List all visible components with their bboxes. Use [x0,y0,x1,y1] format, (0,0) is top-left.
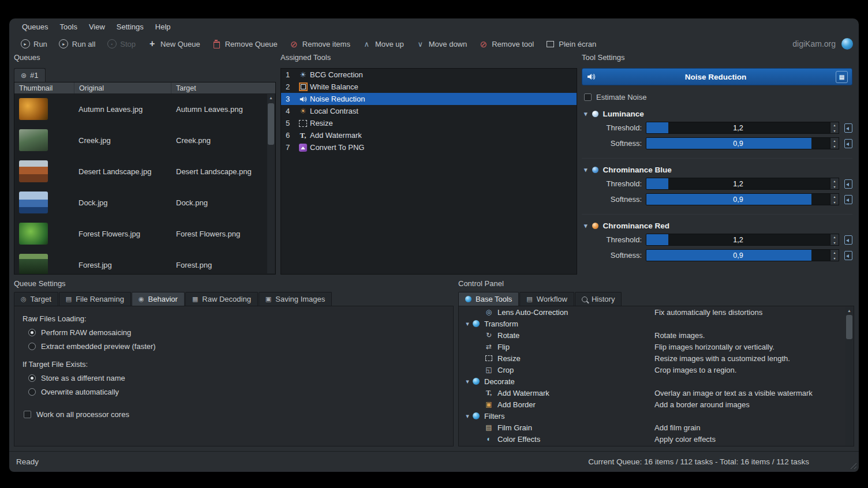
threshold-slider[interactable]: 1,2 [646,234,830,246]
reset-default-icon[interactable] [844,179,852,189]
control-panel-scrollbar[interactable]: ▲ ▼ [845,307,853,445]
assigned-tool-bcg-correction[interactable]: 1 ☀ BCG Correction [281,69,577,81]
scrollbar-thumb[interactable] [846,315,852,339]
assigned-tool-convert-to-png[interactable]: 7 Convert To PNG [281,141,577,153]
presets-button[interactable]: ▤ [836,71,848,83]
assigned-tool-white-balance[interactable]: 2 White Balance [281,81,577,93]
move-down-button[interactable]: ∨ Move down [410,37,472,51]
queues-scrollbar[interactable]: ▲ ▼ [267,94,275,273]
work-all-cores-checkbox[interactable]: Work on all processor cores [24,410,445,419]
run-button[interactable]: ▸ Run [15,37,53,51]
spin-down-icon[interactable]: ▾ [830,184,839,190]
tab-workflow[interactable]: ▤ Workflow [519,292,574,306]
spin-up-icon[interactable]: ▴ [830,194,839,200]
tab-base-tools[interactable]: Base Tools [458,292,519,306]
tab-history[interactable]: History [575,292,622,306]
menu-settings[interactable]: Settings [111,20,149,33]
scroll-up-icon[interactable]: ▲ [267,94,275,101]
tab-behavior[interactable]: ◉ Behavior [132,292,185,306]
collapse-icon[interactable]: ▾ [462,320,473,328]
radio-perform-raw-demosaicing[interactable]: Perform RAW demosaicing [28,328,445,337]
remove-items-button[interactable]: ⊘ Remove items [284,37,356,51]
chrominance-blue-header[interactable]: ▾ Chrominance Blue [582,166,852,174]
reset-default-icon[interactable] [844,235,852,245]
column-header-thumbnail[interactable]: Thumbnail [14,82,74,93]
table-row[interactable]: Creek.jpg Creek.png [14,125,275,156]
tree-tool-film-grain[interactable]: ▤ Film Grain Add film grain [459,422,854,433]
tab-saving-images[interactable]: ▣ Saving Images [259,292,332,306]
queue-totals-text: Current Queue: 16 items / 112 tasks - To… [588,457,809,466]
luminance-header[interactable]: ▾ Luminance [582,110,852,118]
reset-default-icon[interactable] [844,139,852,148]
column-header-original[interactable]: Original [74,82,171,93]
tree-tool-crop[interactable]: ◱ Crop Crop images to a region. [459,364,854,376]
tree-category-transform[interactable]: ▾ Transform [459,318,854,329]
tab-target[interactable]: ◎ Target [14,292,58,306]
spin-down-icon[interactable]: ▾ [830,128,839,134]
softness-slider[interactable]: 0,9 [646,137,830,149]
table-row[interactable]: Autumn Leaves.jpg Autumn Leaves.png [14,93,275,125]
chrominance-red-header[interactable]: ▾ Chrominance Red [582,222,852,230]
convert-png-icon [299,144,307,152]
resize-grip[interactable] [849,461,856,469]
radio-overwrite-automatically[interactable]: Overwrite automatically [28,388,445,396]
collapse-icon[interactable]: ▾ [462,412,473,420]
queue-tab-1[interactable]: ⊛ #1 [14,68,46,82]
assigned-tool-add-watermark[interactable]: 6 T, Add Watermark [281,129,577,141]
menu-queues[interactable]: Queues [16,20,54,33]
move-up-button[interactable]: ∧ Move up [357,37,409,51]
menu-help[interactable]: Help [149,20,177,33]
table-row[interactable]: Forest.jpg Forest.png [14,249,275,275]
remove-tool-button[interactable]: ⊘ Remove tool [473,37,539,51]
radio-extract-embedded-preview[interactable]: Extract embedded preview (faster) [28,342,445,351]
tree-tool-rotate[interactable]: ↻ Rotate Rotate images. [459,329,854,341]
threshold-slider[interactable]: 1,2 [646,178,830,190]
spin-down-icon[interactable]: ▾ [830,256,839,261]
spin-up-icon[interactable]: ▴ [830,122,839,128]
scrollbar-thumb[interactable] [268,103,274,145]
spin-down-icon[interactable]: ▾ [830,240,839,246]
tree-tool-add-watermark[interactable]: T, Add Watermark Overlay an image or tex… [459,387,854,399]
spin-up-icon[interactable]: ▴ [830,234,839,240]
new-queue-button[interactable]: + New Queue [142,37,205,51]
tree-tool-lens-auto-correction[interactable]: ◎ Lens Auto-Correction Fix automatically… [459,306,854,318]
tree-tool-color-effects[interactable]: ◐ Color Effects Apply color effects [459,433,854,445]
softness-slider[interactable]: 0,9 [646,249,830,261]
tab-file-renaming[interactable]: ▤ File Renaming [59,292,131,306]
table-row[interactable]: Desert Landscape.jpg Desert Landscape.pn… [14,156,275,187]
menu-view[interactable]: View [83,20,111,33]
reset-default-icon[interactable] [844,195,852,204]
tree-category-decorate[interactable]: ▾ Decorate [459,376,854,387]
scroll-up-icon[interactable]: ▲ [845,307,853,314]
estimate-noise-checkbox[interactable]: Estimate Noise [584,93,852,102]
remove-queue-button[interactable]: Remove Queue [207,37,283,51]
column-header-target[interactable]: Target [171,82,275,93]
stop-button[interactable]: ▪ Stop [102,37,141,51]
menu-tools[interactable]: Tools [54,20,83,33]
tree-tool-flip[interactable]: ⇄ Flip Flip images horizontally or verti… [459,341,854,352]
spin-up-icon[interactable]: ▴ [830,178,839,184]
table-row[interactable]: Dock.jpg Dock.png [14,187,275,218]
collapse-icon[interactable]: ▾ [462,378,473,385]
softness-slider[interactable]: 0,9 [646,193,830,205]
assigned-tool-local-contrast[interactable]: 4 ☀ Local Contrast [281,105,577,117]
tree-tool-add-border[interactable]: ▣ Add Border Add a border around images [459,399,854,410]
threshold-slider[interactable]: 1,2 [646,122,830,134]
tree-category-filters[interactable]: ▾ Filters [459,410,854,422]
assigned-tool-resize[interactable]: 5 Resize [281,117,577,129]
spin-up-icon[interactable]: ▴ [830,138,839,144]
spin-down-icon[interactable]: ▾ [830,144,839,149]
tab-raw-decoding[interactable]: ▦ Raw Decoding [185,292,258,306]
tool-label: Crop [497,366,514,374]
table-row[interactable]: Forest Flowers.jpg Forest Flowers.png [14,218,275,249]
assigned-tool-noise-reduction[interactable]: 3 Noise Reduction [281,93,577,105]
fullscreen-button[interactable]: Plein écran [540,37,601,51]
reset-default-icon[interactable] [844,251,852,260]
spin-down-icon[interactable]: ▾ [830,200,839,205]
section-chrominance-blue: ▾ Chrominance Blue Threshold: 1,2 ▴ ▾ [582,158,852,205]
run-all-button[interactable]: ▸ Run all [54,37,100,51]
radio-store-different-name[interactable]: Store as a different name [28,374,445,382]
reset-default-icon[interactable] [844,123,852,133]
tree-tool-resize[interactable]: Resize Resize images with a customized l… [459,352,854,364]
spin-up-icon[interactable]: ▴ [830,250,839,256]
